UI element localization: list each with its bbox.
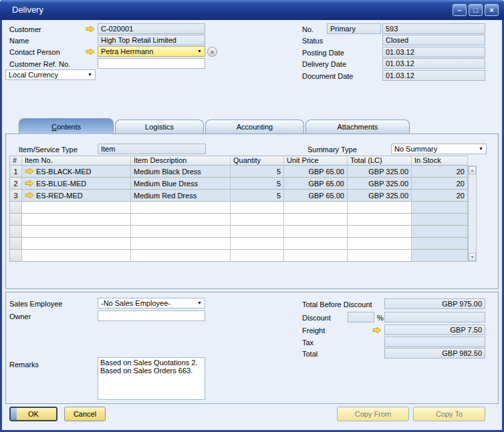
link-arrow-icon[interactable] (372, 327, 382, 334)
item-no-cell[interactable]: ES-BLACK-MED (22, 166, 131, 178)
item-no-cell[interactable] (22, 214, 131, 226)
in-stock-cell[interactable]: 20 (412, 178, 468, 190)
link-arrow-icon[interactable] (25, 168, 34, 175)
close-button[interactable]: × (485, 4, 499, 16)
discount-percent-field[interactable] (348, 312, 374, 322)
in-stock-cell[interactable] (412, 226, 468, 238)
col-header-quantity: Quantity (231, 156, 284, 166)
customer-ref-input[interactable] (98, 58, 205, 69)
tab-attachments[interactable]: Attachments (305, 120, 410, 134)
scroll-down-icon[interactable]: ▼ (469, 253, 476, 261)
table-scrollbar[interactable]: ▲ ▼ (468, 166, 477, 262)
quantity-cell[interactable] (231, 214, 284, 226)
posting-date-label: Posting Date (302, 47, 344, 58)
sales-employee-dropdown[interactable]: -No Sales Employee- ▼ (98, 298, 205, 308)
maximize-button[interactable]: □ (469, 4, 483, 16)
quantity-cell[interactable]: 5 (231, 178, 284, 190)
ok-button[interactable]: OK (9, 407, 57, 421)
total-lc-cell[interactable] (348, 202, 412, 214)
copy-to-button[interactable]: Copy To (413, 407, 485, 421)
item-description-cell[interactable] (131, 226, 231, 238)
in-stock-cell[interactable] (412, 250, 468, 262)
contact-person-value: Petra Herrmann (101, 47, 153, 56)
currency-dropdown[interactable]: Local Currency ▼ (5, 69, 96, 80)
table-row-empty (9, 250, 468, 262)
item-no-cell[interactable]: ES-RED-MED (22, 190, 131, 202)
row-number-cell[interactable]: 1 (9, 166, 22, 178)
tab-logistics[interactable]: Logistics (115, 120, 204, 134)
freight-label: Freight (302, 325, 325, 336)
link-arrow-icon[interactable] (86, 48, 95, 55)
tab-accounting[interactable]: Accounting (205, 120, 304, 134)
item-description-cell[interactable] (131, 238, 231, 250)
row-number-cell[interactable] (9, 226, 22, 238)
item-description-cell[interactable] (131, 202, 231, 214)
unit-price-cell[interactable]: GBP 65.00 (284, 190, 348, 202)
item-no-cell[interactable] (22, 250, 131, 262)
item-no-cell[interactable]: ES-BLUE-MED (22, 178, 131, 190)
item-no-cell[interactable] (22, 202, 131, 214)
item-no-cell[interactable] (22, 226, 131, 238)
link-arrow-icon[interactable] (25, 192, 34, 199)
summary-type-dropdown[interactable]: No Summary ▼ (391, 144, 487, 154)
in-stock-cell[interactable] (412, 202, 468, 214)
in-stock-cell[interactable]: 20 (412, 190, 468, 202)
summary-type-value: No Summary (394, 144, 437, 154)
owner-input[interactable] (98, 310, 205, 321)
row-number-cell[interactable] (9, 202, 22, 214)
in-stock-cell[interactable] (412, 238, 468, 250)
remarks-textarea[interactable]: Based on Sales Quotations 2. Based on Sa… (98, 357, 205, 400)
quantity-cell[interactable]: 5 (231, 166, 284, 178)
item-description-cell[interactable] (131, 250, 231, 262)
row-number-cell[interactable]: 3 (9, 190, 22, 202)
scroll-up-icon[interactable]: ▲ (469, 166, 476, 174)
total-lc-cell[interactable] (348, 214, 412, 226)
col-header-row-number: # (9, 156, 22, 166)
customer-field: C-020001 (98, 23, 205, 34)
total-lc-cell[interactable] (348, 226, 412, 238)
unit-price-cell[interactable]: GBP 65.00 (284, 178, 348, 190)
quantity-cell[interactable] (231, 226, 284, 238)
unit-price-cell[interactable] (284, 214, 348, 226)
row-number-cell[interactable] (9, 238, 22, 250)
tab-contents[interactable]: Contents (19, 118, 114, 134)
tax-label: Tax (302, 337, 313, 348)
item-no-cell[interactable] (22, 238, 131, 250)
row-number-cell[interactable] (9, 250, 22, 262)
quantity-cell[interactable] (231, 250, 284, 262)
unit-price-cell[interactable]: GBP 65.00 (284, 166, 348, 178)
delivery-date-label: Delivery Date (302, 59, 346, 69)
quantity-cell[interactable] (231, 202, 284, 214)
row-number-cell[interactable] (9, 214, 22, 226)
in-stock-cell[interactable] (412, 214, 468, 226)
contact-person-dropdown[interactable]: Petra Herrmann ▼ (98, 46, 205, 57)
total-field: GBP 982.50 (384, 348, 485, 359)
link-arrow-icon[interactable] (86, 25, 95, 33)
item-description-cell[interactable]: Medium Blue Dress (131, 178, 231, 190)
total-lc-cell[interactable]: GBP 325.00 (348, 178, 412, 190)
item-description-cell[interactable]: Medium Red Dress (131, 190, 231, 202)
menu-icon[interactable]: ≡ (207, 47, 217, 57)
item-description-cell[interactable]: Medium Black Dress (131, 166, 231, 178)
total-lc-cell[interactable] (348, 238, 412, 250)
document-date-label: Document Date (302, 71, 353, 81)
name-label: Name (9, 35, 29, 46)
total-lc-cell[interactable]: GBP 325.00 (348, 190, 412, 202)
quantity-cell[interactable] (231, 238, 284, 250)
total-lc-cell[interactable]: GBP 325.00 (348, 166, 412, 178)
unit-price-cell[interactable] (284, 226, 348, 238)
posting-date-field: 01.03.12 (382, 47, 485, 57)
in-stock-cell[interactable]: 20 (412, 166, 468, 178)
cancel-button[interactable]: Cancel (64, 407, 106, 421)
minimize-button[interactable]: – (453, 4, 467, 16)
link-arrow-icon[interactable] (25, 180, 34, 187)
unit-price-cell[interactable] (284, 250, 348, 262)
row-number-cell[interactable]: 2 (9, 178, 22, 190)
titlebar: Delivery – □ × (0, 0, 504, 20)
item-description-cell[interactable] (131, 214, 231, 226)
quantity-cell[interactable]: 5 (231, 190, 284, 202)
total-lc-cell[interactable] (348, 250, 412, 262)
unit-price-cell[interactable] (284, 238, 348, 250)
copy-from-button[interactable]: Copy From (337, 407, 409, 421)
unit-price-cell[interactable] (284, 202, 348, 214)
